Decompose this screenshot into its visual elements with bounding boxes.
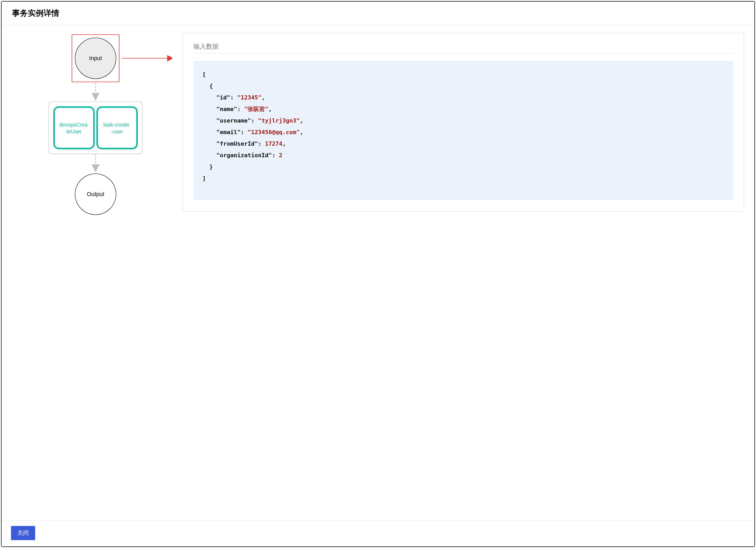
modal-header: 事务实例详情: [2, 2, 754, 25]
tasks-container: devopsCrea teUser task-create -user: [49, 102, 142, 154]
modal-footer: 关闭: [2, 520, 754, 546]
detail-column: 输入数据 [ { "id": "12345", "name": "张荻若", "…: [183, 33, 744, 513]
output-node[interactable]: Output: [75, 174, 116, 215]
input-node-label: Input: [89, 55, 102, 61]
task-node-0[interactable]: devopsCrea teUser: [54, 107, 94, 149]
task-node-1[interactable]: task-create -user: [97, 107, 137, 149]
flow-diagram: Input devopsCrea teUser: [9, 33, 172, 233]
modal-body: Input devopsCrea teUser: [2, 25, 754, 520]
diagram-column: Input devopsCrea teUser: [9, 33, 172, 513]
input-node[interactable]: Input: [72, 35, 119, 82]
detail-section-title: 输入数据: [193, 42, 733, 54]
modal-title: 事务实例详情: [12, 8, 744, 19]
svg-rect-5: [97, 107, 137, 149]
modal-container: 事务实例详情 Input: [1, 1, 755, 547]
json-code-block: [ { "id": "12345", "name": "张荻若", "usern…: [193, 61, 733, 200]
output-node-label: Output: [87, 191, 104, 197]
detail-card: 输入数据 [ { "id": "12345", "name": "张荻若", "…: [183, 33, 744, 212]
svg-rect-3: [54, 107, 94, 149]
close-button[interactable]: 关闭: [11, 526, 35, 540]
